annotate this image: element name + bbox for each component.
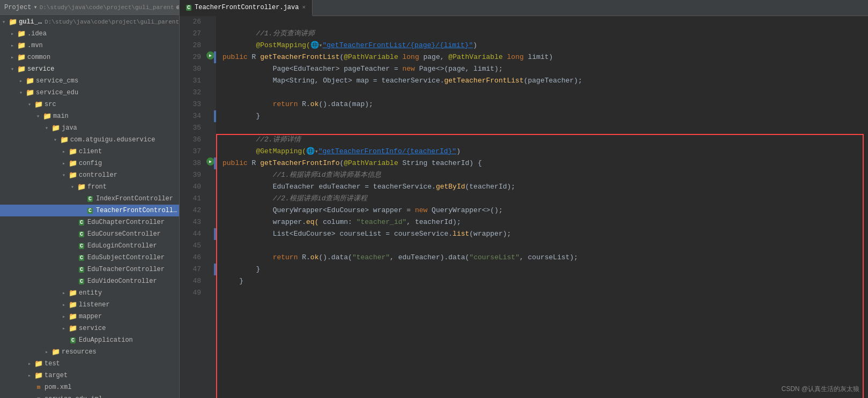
tree-item-entity[interactable]: ▸ 📁 entity: [0, 287, 179, 299]
tab-bar: C TeacherFrontController.java ×: [180, 0, 868, 16]
tree-item-mvn[interactable]: ▸ 📁 .mvn: [0, 40, 179, 51]
code-line-43: wrapper.eq( column: "teacher_id", teache…: [222, 216, 868, 228]
tree-item-java[interactable]: ▾ 📁 java: [0, 122, 179, 134]
tree-item-service-edu[interactable]: ▾ 📁 service_edu: [0, 87, 179, 99]
code-line-46: return R.ok().data("teacher", eduTeacher…: [222, 252, 868, 264]
tree-item-test[interactable]: ▸ 📁 test: [0, 358, 179, 370]
watermark: CSDN @认真生活的灰太狼: [781, 385, 859, 394]
code-line-28: @PostMapping(🌐▾"getTeacherFrontList/{pag…: [222, 40, 868, 51]
tree-item-front[interactable]: ▾ 📁 front: [0, 181, 179, 193]
code-line-35: [222, 122, 868, 134]
tree-item-edu-login-controller[interactable]: ▸ C EduLoginController: [0, 240, 179, 252]
code-line-26: [222, 16, 868, 28]
tree-item-listener[interactable]: ▸ 📁 listener: [0, 299, 179, 311]
code-line-48: }: [222, 275, 868, 287]
code-line-47: }: [222, 264, 868, 275]
tab-label: TeacherFrontController.java: [195, 4, 299, 11]
run-icon-line29[interactable]: ▶: [206, 51, 214, 59]
code-line-31: Map<String, Object> map = teacherService…: [222, 75, 868, 87]
code-line-39: //1.根据讲师id查询讲师基本信息: [222, 169, 868, 181]
code-line-40: EduTeacher eduTeacher = teacherService.g…: [222, 181, 868, 193]
code-area: 26 27 28 29 30 31 32 33 34 35 36 37 38 3…: [180, 16, 868, 398]
tree-item-edu-video-controller[interactable]: ▸ C EduVideoController: [0, 275, 179, 287]
tree-item-pom-xml[interactable]: ▸ m pom.xml: [0, 381, 179, 393]
tree-item-index-front-controller[interactable]: ▸ C IndexFrontController: [0, 193, 179, 205]
tree-item-mapper[interactable]: ▸ 📁 mapper: [0, 311, 179, 322]
code-line-44: List<EduCourse> courseList = courseServi…: [222, 228, 868, 240]
dropdown-arrow: ▾: [33, 3, 37, 11]
code-line-33: return R.ok().data(map);: [222, 99, 868, 110]
tree-item-resources[interactable]: ▸ 📁 resources: [0, 346, 179, 358]
tree-item-service[interactable]: ▾ 📁 service: [0, 63, 179, 75]
tab-icon: C: [186, 5, 191, 11]
tree-item-edu-subject-controller[interactable]: ▸ C EduSubjectController: [0, 252, 179, 264]
tree-item-main[interactable]: ▾ 📁 main: [0, 110, 179, 122]
code-line-49: [222, 287, 868, 299]
tree-item-teacher-front-controller[interactable]: ▸ C TeacherFrontController: [0, 205, 179, 216]
line-numbers: 26 27 28 29 30 31 32 33 34 35 36 37 38 3…: [180, 16, 205, 398]
code-line-41: //2.根据讲师id查询所讲课程: [222, 193, 868, 205]
tree-item-config[interactable]: ▸ 📁 config: [0, 157, 179, 169]
tree-item-com-atguigu[interactable]: ▾ 📁 com.atguigu.eduservice: [0, 134, 179, 146]
run-icon-line38[interactable]: ▶: [206, 157, 214, 166]
tab-close-button[interactable]: ×: [302, 4, 306, 11]
tree-item-client[interactable]: ▸ 📁 client: [0, 146, 179, 157]
code-line-42: QueryWrapper<EduCourse> wrapper = new Qu…: [222, 205, 868, 216]
tree-item-idea[interactable]: ▸ 📁 .idea: [0, 28, 179, 40]
code-line-32: [222, 87, 868, 99]
editor-panel: C TeacherFrontController.java × 26 27 28…: [180, 0, 868, 398]
tree-item-service-edu-iml[interactable]: ▸ ■ service_edu.iml: [0, 393, 179, 398]
tree-item-service-cms[interactable]: ▸ 📁 service_cms: [0, 75, 179, 87]
project-header[interactable]: Project ▾ D:\study\java\code\project\gul…: [0, 0, 179, 15]
code-line-38: public R getTeacherFrontInfo(@PathVariab…: [222, 157, 868, 169]
tab-teacher-front-controller[interactable]: C TeacherFrontController.java ×: [180, 0, 313, 16]
code-line-37: @GetMapping(🌐▾"getTeacherFrontInfo/{teac…: [222, 146, 868, 157]
tree-item-guli-parent[interactable]: ▾ 📁 guli_parent D:\study\java\code\proje…: [0, 16, 179, 28]
tree-item-service-inner[interactable]: ▸ 📁 service: [0, 322, 179, 334]
tree-item-target[interactable]: ▸ 📁 target: [0, 370, 179, 381]
tree-item-edu-application[interactable]: ▸ C EduApplication: [0, 334, 179, 346]
code-line-29: public R getTeacherFrontList(@PathVariab…: [222, 51, 868, 63]
code-line-36: //2.讲师详情: [222, 134, 868, 146]
file-tree: ▾ 📁 guli_parent D:\study\java\code\proje…: [0, 15, 179, 398]
tree-item-edu-course-controller[interactable]: ▸ C EduCourseController: [0, 228, 179, 240]
tree-item-controller[interactable]: ▾ 📁 controller: [0, 169, 179, 181]
project-title: Project: [4, 4, 31, 11]
tree-item-common[interactable]: ▸ 📁 common: [0, 51, 179, 63]
tree-item-edu-teacher-controller[interactable]: ▸ C EduTeacherController: [0, 264, 179, 275]
code-line-30: Page<EduTeacher> pageTeacher = new Page<…: [222, 63, 868, 75]
gutter: ▶ ▶: [205, 16, 216, 398]
project-panel: Project ▾ D:\study\java\code\project\gul…: [0, 0, 180, 398]
code-line-27: //1.分页查询讲师: [222, 28, 868, 40]
code-line-34: }: [222, 110, 868, 122]
code-line-45: [222, 240, 868, 252]
root-path: D:\study\java\code\project\guli_parent: [40, 4, 174, 11]
code-editor[interactable]: //1.分页查询讲师 @PostMapping(🌐▾"getTeacherFro…: [216, 16, 868, 398]
tree-item-src[interactable]: ▾ 📁 src: [0, 99, 179, 110]
tree-item-edu-chapter-controller[interactable]: ▸ C EduChapterController: [0, 216, 179, 228]
